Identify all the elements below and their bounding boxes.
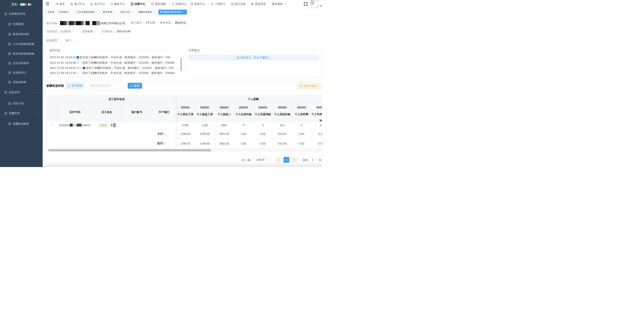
svg-text:¥: ¥ — [9, 43, 10, 45]
svg-text:¥: ¥ — [9, 62, 10, 64]
svg-text:保: 保 — [152, 3, 153, 5]
svg-text:¥: ¥ — [9, 123, 10, 125]
svg-text:¥: ¥ — [9, 81, 10, 83]
svg-text:¥: ¥ — [9, 72, 10, 74]
svg-text:¥: ¥ — [132, 3, 133, 5]
svg-text:¥: ¥ — [9, 33, 10, 35]
svg-text:¥: ¥ — [6, 112, 6, 114]
svg-text:¥: ¥ — [9, 103, 10, 105]
svg-text:¥: ¥ — [6, 13, 6, 15]
svg-text:¥: ¥ — [192, 3, 192, 5]
svg-text:¥: ¥ — [6, 92, 6, 93]
svg-text:¥: ¥ — [213, 4, 214, 5]
svg-text:¥: ¥ — [9, 23, 10, 25]
